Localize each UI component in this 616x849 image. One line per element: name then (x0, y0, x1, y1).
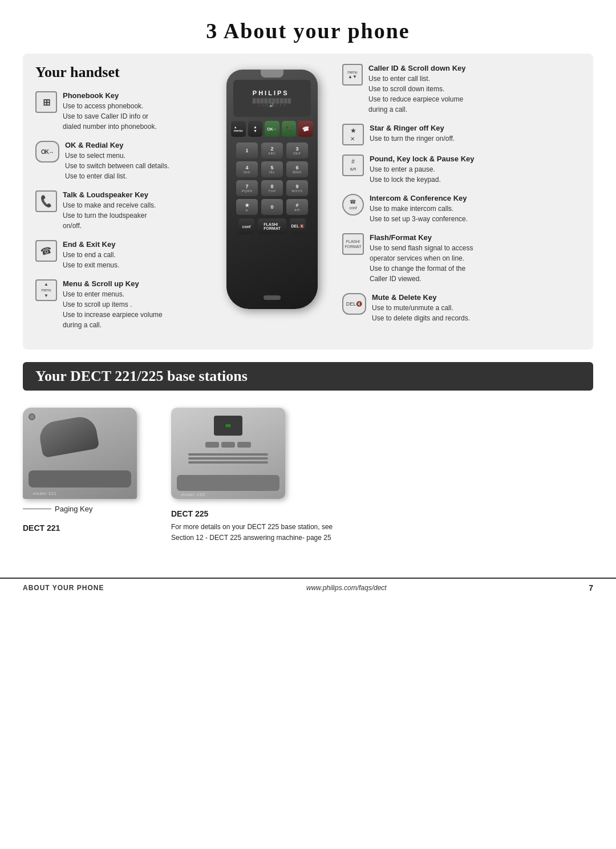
intercom-key-icon: ☎conf (342, 194, 364, 216)
menu-key-title: Menu & Scroll up Key (63, 279, 163, 288)
page-header: 3 About your phone (0, 0, 616, 54)
phonebook-key-text: Phonebook Key Use to access phonebook.Us… (63, 91, 157, 132)
right-column: menu ▲▼ Caller ID & Scroll down Key Use … (332, 64, 581, 339)
mute-key-item: DEL🔇 Mute & Delete Key Use to mute/unmut… (342, 293, 581, 323)
page-title: 3 About your phone (0, 18, 616, 43)
star-icon: ★✕ (350, 127, 356, 143)
dect-225-buttons (205, 442, 251, 448)
caller-id-key-title: Caller ID & Scroll down Key (368, 64, 466, 72)
phone-keypad-row-4: ★✕ 0 #â/ñ (232, 199, 312, 215)
dect-225-btn-1 (205, 442, 219, 448)
phone-caller-key-label: ▲▼ (253, 125, 257, 133)
phone-screen-icons: ⊡✉⊞🔊⊡✝✦ (253, 103, 291, 108)
menu-key-item: ▲ menu ▼ Menu & Scroll up Key Use to ent… (35, 279, 212, 330)
intercom-key-text: Intercom & Conference Key Use to make in… (370, 194, 468, 224)
menu-up-arrow-icon: ▲ (44, 282, 48, 287)
caller-id-key-text: Caller ID & Scroll down Key Use to enter… (368, 64, 466, 115)
caller-icon-arrows: ▲▼ (348, 74, 357, 79)
intercom-key-item: ☎conf Intercom & Conference Key Use to m… (342, 194, 581, 224)
phone-key-1: 1 (236, 143, 258, 159)
phone-antenna (261, 70, 283, 78)
phone-flash-key: FLASH/FORMAT (258, 218, 286, 234)
ok-redial-key-icon: OK↔ (35, 141, 59, 163)
caller-id-key-icon: menu ▲▼ (342, 64, 363, 86)
star-key-title: Star & Ringer off Key (370, 124, 455, 132)
ok-redial-key-title: OK & Redial Key (65, 141, 169, 149)
pound-key-icon: #â/ñ (342, 155, 364, 176)
phonebook-key-item: ⊞ Phonebook Key Use to access phonebook.… (35, 91, 212, 132)
ok-redial-key-text: OK & Redial Key Use to select menu.Use t… (65, 141, 169, 181)
dect-225-slot-3 (188, 461, 268, 464)
mute-icon: DEL🔇 (346, 301, 363, 307)
end-key-item: ☎ End & Exit Key Use to end a call.Use t… (35, 240, 212, 270)
dect-225-cradle (177, 475, 279, 491)
flash-key-item: FLASH/FORMAT Flash/Format Key Use to sen… (342, 233, 581, 284)
phone-bottom-indicator (264, 295, 281, 300)
phone-talk-key: 📞 (282, 121, 297, 137)
paging-key-callout: Paging Key (23, 505, 137, 513)
phone-menu-key-label: ▲menu (234, 125, 243, 132)
phone-del-key: DEL🔇 (290, 218, 306, 234)
phone-keypad-row-1: 1 2ABC 3DEF (232, 143, 312, 159)
flash-key-desc: Use to send flash signal to accessoperat… (370, 243, 473, 284)
phone-key-0: 0 (261, 199, 283, 215)
phone-key-6: 6MNO (286, 161, 308, 177)
dect-225-label: DECT 225 (171, 509, 208, 518)
paging-key-line (23, 509, 51, 509)
dect-221-handset-shape (38, 415, 100, 458)
footer-label: ABOUT YOUR PHONE (23, 584, 104, 592)
phone-key-9: 9WXYZ (286, 180, 308, 196)
caller-icon-top: menu (347, 70, 358, 74)
mute-key-text: Mute & Delete Key Use to mute/unmute a c… (372, 293, 470, 323)
phonebook-key-desc: Use to access phonebook.Use to save Call… (63, 101, 157, 132)
mute-key-desc: Use to mute/unmute a call.Use to delete … (372, 303, 470, 323)
star-key-icon: ★✕ (342, 124, 364, 145)
dect-221-cradle (29, 470, 131, 488)
footer-url: www.philips.com/faqs/dect (306, 584, 387, 592)
menu-label-icon: menu (41, 287, 51, 293)
phone-nav-keys: ▲menu ▲▼ OK↔ 📞 ☎ (231, 121, 313, 137)
phone-ok-key-label: OK↔ (267, 127, 277, 131)
dect-225-screen-display: 88 (226, 423, 231, 428)
dect-225-station: 88 model 225 DECT 225 For more details o… (171, 408, 333, 543)
star-key-text: Star & Ringer off Key Use to turn the ri… (370, 124, 455, 144)
phone-key-2: 2ABC (261, 143, 283, 159)
dect-225-screen: 88 (214, 416, 242, 436)
pound-key-item: #â/ñ Pound, Key lock & Pause Key Use to … (342, 155, 581, 185)
dect-221-base-label: model 221 (33, 491, 57, 495)
talk-key-text: Talk & Loudspeaker Key Use to make and r… (63, 190, 156, 231)
phone-conf-key: conf (238, 218, 254, 234)
end-icon: ☎ (39, 244, 53, 258)
pound-key-text: Pound, Key lock & Pause Key Use to enter… (370, 155, 475, 185)
phone-talk-icon: 📞 (286, 126, 292, 132)
paging-key-label: Paging Key (55, 505, 93, 513)
talk-key-icon: 📞 (35, 190, 57, 212)
end-key-icon: ☎ (35, 240, 57, 262)
flash-icon: FLASH/FORMAT (345, 239, 361, 249)
dect-221-label: DECT 221 (23, 523, 60, 533)
mute-key-icon: DEL🔇 (342, 293, 366, 315)
ok-redial-key-item: OK↔ OK & Redial Key Use to select menu.U… (35, 141, 212, 181)
phone-brand: PHILIPS (253, 90, 291, 96)
star-key-desc: Use to turn the ringer on/off. (370, 133, 455, 144)
phone-key-star: ★✕ (236, 199, 258, 215)
intercom-icon: ☎conf (349, 199, 356, 210)
dect-225-slot-2 (188, 457, 268, 460)
pound-key-desc: Use to enter a pause.Use to lock the key… (370, 164, 475, 185)
dect-221-paging-button (29, 413, 35, 420)
end-key-title: End & Exit Key (63, 240, 119, 249)
phone-keypad-row-5: conf FLASH/FORMAT DEL🔇 (232, 218, 312, 234)
pound-icon: #â/ñ (350, 159, 356, 172)
phone-keypad-row-2: 4GHI 5JKL 6MNO (232, 161, 312, 177)
menu-down-arrow-icon: ▼ (44, 293, 48, 299)
phonebook-key-icon: ⊞ (35, 91, 57, 113)
handset-title: Your handset (35, 64, 212, 81)
talk-key-title: Talk & Loudspeaker Key (63, 190, 156, 199)
dect-221-station: model 221 Paging Key DECT 221 (23, 408, 137, 533)
star-key-item: ★✕ Star & Ringer off Key Use to turn the… (342, 124, 581, 145)
dect-221-image-container: model 221 Paging Key (23, 408, 137, 513)
phone-ok-key: OK↔ (265, 121, 279, 137)
phone-keypad-row-3: 7PQRS 8TUV 9WXYZ (232, 180, 312, 196)
phone-key-4: 4GHI (236, 161, 258, 177)
phone-image-column: PHILIPS ▓▓▓▓▓▓▓▓▓▓ ⊡✉⊞🔊⊡✝✦ ▲menu ▲▼ OK↔ … (212, 64, 332, 339)
